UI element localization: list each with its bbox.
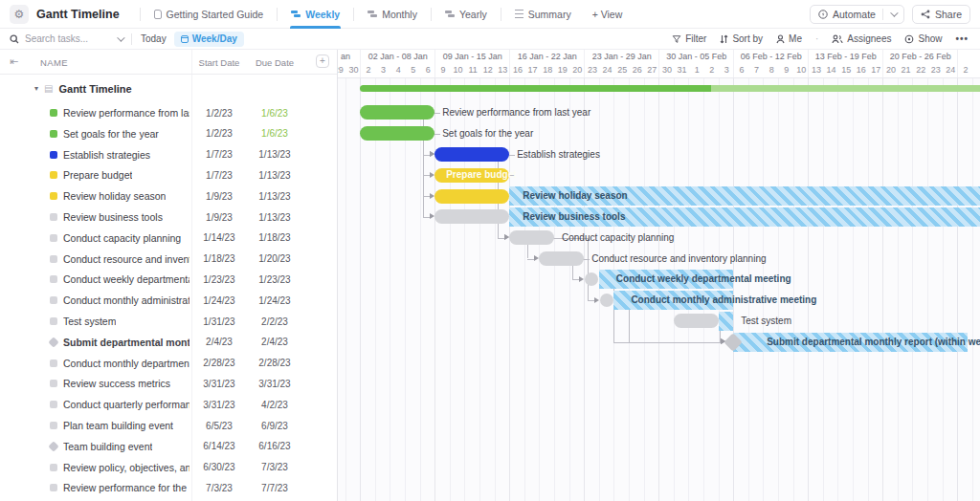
task-status-icon[interactable] bbox=[50, 130, 57, 138]
task-name[interactable]: Review policy, objectives, and busi... bbox=[63, 462, 189, 473]
table-row[interactable]: Submit departmental monthly re...2/4/232… bbox=[0, 332, 337, 353]
table-row[interactable]: Review success metrics3/31/233/31/23 bbox=[0, 373, 337, 394]
task-name[interactable]: Test system bbox=[63, 316, 116, 327]
task-start-date[interactable]: 6/5/23 bbox=[191, 421, 247, 431]
gantt-task-bar[interactable] bbox=[434, 147, 509, 162]
collapse-panel-icon[interactable]: ⇤ bbox=[10, 55, 18, 68]
task-due-date[interactable]: 1/13/23 bbox=[247, 191, 302, 202]
tab-yearly[interactable]: Yearly bbox=[438, 0, 494, 29]
task-due-date[interactable]: 2/28/23 bbox=[247, 358, 302, 368]
task-status-icon[interactable] bbox=[50, 422, 57, 429]
tab-monthly[interactable]: Monthly bbox=[361, 0, 424, 29]
task-start-date[interactable]: 1/31/23 bbox=[191, 316, 247, 327]
task-due-date[interactable]: 1/6/23 bbox=[247, 128, 302, 139]
table-row[interactable]: Conduct capacity planning1/14/231/18/23 bbox=[0, 228, 337, 249]
collapse-group-caret-icon[interactable]: ▾ bbox=[34, 84, 38, 93]
task-start-date[interactable]: 1/18/23 bbox=[191, 253, 247, 264]
sort-by-button[interactable]: Sort by bbox=[720, 33, 763, 44]
automate-button[interactable]: Automate bbox=[810, 5, 904, 24]
table-row[interactable]: Team building event6/14/236/16/23 bbox=[0, 436, 337, 457]
table-row[interactable]: Conduct monthly departmental m...2/28/23… bbox=[0, 353, 337, 374]
task-status-icon[interactable] bbox=[50, 171, 57, 179]
task-status-icon[interactable] bbox=[50, 296, 57, 304]
add-view-button[interactable]: + View bbox=[586, 0, 630, 29]
search-input[interactable]: Search tasks... bbox=[10, 33, 117, 44]
due-date-column-header[interactable]: Due Date bbox=[247, 57, 302, 68]
task-start-date[interactable]: 1/7/23 bbox=[191, 170, 247, 181]
task-due-date[interactable]: 1/13/23 bbox=[247, 170, 302, 181]
table-row[interactable]: Review business tools1/9/231/13/23 bbox=[0, 207, 337, 228]
today-button[interactable]: Today bbox=[141, 33, 167, 44]
project-progress-bar-remaining[interactable] bbox=[711, 85, 980, 92]
table-row[interactable]: Conduct quarterly performance m...3/31/2… bbox=[0, 394, 337, 415]
group-row[interactable]: ▾ ▤ Gantt Timeline bbox=[0, 75, 337, 102]
task-start-date[interactable]: 1/7/23 bbox=[191, 149, 247, 160]
task-status-icon[interactable] bbox=[50, 213, 57, 221]
task-due-date[interactable]: 1/23/23 bbox=[247, 274, 302, 285]
task-name[interactable]: Prepare budget bbox=[63, 169, 132, 181]
task-status-icon[interactable] bbox=[50, 401, 57, 408]
task-status-icon[interactable] bbox=[50, 109, 57, 117]
gantt-task-bar[interactable] bbox=[539, 251, 584, 266]
table-row[interactable]: Conduct weekly departmental me...1/23/23… bbox=[0, 269, 337, 290]
task-due-date[interactable]: 7/3/23 bbox=[247, 462, 302, 472]
task-name[interactable]: Review business tools bbox=[63, 211, 163, 223]
chevron-down-icon[interactable] bbox=[890, 9, 898, 16]
task-name[interactable]: Conduct quarterly performance m... bbox=[63, 399, 189, 410]
task-due-date[interactable]: 1/6/23 bbox=[247, 108, 302, 119]
task-start-date[interactable]: 1/24/23 bbox=[191, 295, 247, 306]
task-due-date[interactable]: 1/20/23 bbox=[247, 253, 302, 264]
task-due-date[interactable]: 4/2/23 bbox=[247, 400, 302, 410]
task-due-date[interactable]: 1/18/23 bbox=[247, 232, 302, 243]
task-start-date[interactable]: 1/2/23 bbox=[191, 128, 247, 139]
task-due-date[interactable]: 1/24/23 bbox=[247, 295, 302, 306]
task-status-icon[interactable] bbox=[50, 484, 57, 491]
task-status-icon[interactable] bbox=[50, 151, 57, 159]
task-name[interactable]: Establish strategies bbox=[63, 149, 150, 161]
task-start-date[interactable]: 7/3/23 bbox=[191, 483, 247, 493]
task-name[interactable]: Conduct weekly departmental me... bbox=[63, 273, 189, 285]
gantt-task-bar[interactable] bbox=[360, 126, 434, 141]
task-name[interactable]: Review success metrics bbox=[63, 378, 170, 389]
table-row[interactable]: Prepare budget1/7/231/13/23 bbox=[0, 164, 337, 185]
task-status-icon[interactable] bbox=[50, 380, 57, 387]
table-row[interactable]: Establish strategies1/7/231/13/23 bbox=[0, 144, 337, 165]
week-day-mode-button[interactable]: Week/Day bbox=[174, 32, 244, 47]
table-row[interactable]: Review policy, objectives, and busi...6/… bbox=[0, 457, 337, 478]
task-status-icon[interactable] bbox=[50, 192, 57, 200]
task-start-date[interactable]: 2/4/23 bbox=[191, 337, 247, 347]
start-date-column-header[interactable]: Start Date bbox=[191, 57, 247, 68]
gantt-task-bar[interactable] bbox=[509, 230, 554, 245]
task-due-date[interactable]: 1/13/23 bbox=[247, 212, 302, 223]
tab-weekly[interactable]: Weekly bbox=[284, 0, 346, 29]
task-name[interactable]: Conduct capacity planning bbox=[63, 232, 181, 244]
task-start-date[interactable]: 1/14/23 bbox=[191, 232, 247, 243]
gantt-task-bar[interactable] bbox=[600, 294, 613, 307]
task-start-date[interactable]: 6/14/23 bbox=[191, 441, 247, 451]
task-start-date[interactable]: 3/31/23 bbox=[191, 379, 247, 389]
tab-summary[interactable]: Summary bbox=[508, 0, 578, 29]
task-due-date[interactable]: 2/4/23 bbox=[247, 337, 302, 347]
task-status-icon[interactable] bbox=[50, 255, 57, 263]
task-status-icon[interactable] bbox=[50, 317, 57, 325]
project-progress-bar-done[interactable] bbox=[360, 85, 711, 92]
gantt-chart-area[interactable]: Review performance from last yearSet goa… bbox=[338, 78, 980, 501]
filter-button[interactable]: Filter bbox=[672, 33, 706, 44]
more-options-button[interactable]: ••• bbox=[955, 33, 969, 44]
table-row[interactable]: Conduct monthly administrative m...1/24/… bbox=[0, 290, 337, 311]
gantt-task-bar[interactable] bbox=[360, 105, 434, 120]
task-status-icon[interactable] bbox=[50, 464, 57, 471]
gantt-task-bar[interactable] bbox=[434, 209, 509, 224]
search-options-chevron-icon[interactable] bbox=[117, 33, 124, 41]
rescheduled-range-bar[interactable] bbox=[719, 312, 734, 331]
tab-getting-started-guide[interactable]: Getting Started Guide bbox=[147, 0, 271, 29]
table-row[interactable]: Test system1/31/232/2/23 bbox=[0, 311, 337, 332]
task-start-date[interactable]: 2/28/23 bbox=[191, 358, 247, 368]
task-name[interactable]: Submit departmental monthly re... bbox=[63, 337, 189, 348]
task-start-date[interactable]: 1/9/23 bbox=[191, 191, 247, 202]
task-due-date[interactable]: 1/13/23 bbox=[247, 149, 302, 160]
task-status-icon[interactable] bbox=[50, 234, 57, 242]
task-start-date[interactable]: 1/2/23 bbox=[191, 108, 247, 119]
task-due-date[interactable]: 7/7/23 bbox=[247, 483, 302, 493]
task-status-icon[interactable] bbox=[50, 359, 57, 367]
